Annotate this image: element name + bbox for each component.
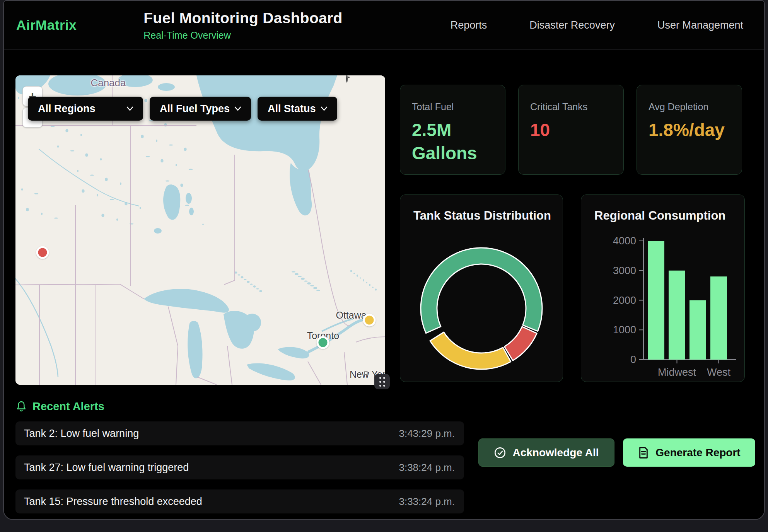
recent-alerts-title: Recent Alerts: [32, 400, 104, 413]
acknowledge-all-label: Acknowledge All: [512, 447, 599, 459]
x-tick-label: West: [707, 367, 731, 378]
consumption-bar: [689, 300, 706, 360]
critical-tanks-value: 10: [530, 119, 612, 142]
donut-segment-critical: [504, 327, 537, 360]
alert-message: Tank 2: Low fuel warning: [24, 428, 139, 440]
chevron-down-icon: [320, 106, 328, 111]
map-canvas[interactable]: CanadaOttawaTorontoNew York + − All Regi…: [15, 75, 385, 385]
map-city-symbol: [364, 372, 368, 375]
acknowledge-all-button[interactable]: Acknowledge All: [478, 438, 614, 467]
alert-row[interactable]: Tank 15: Pressure threshold exceeded 3:3…: [15, 489, 464, 513]
chevron-down-icon: [126, 106, 134, 111]
app-window: AirMatrix Fuel Monitoring Dashboard Real…: [3, 0, 765, 520]
generate-report-button[interactable]: Generate Report: [623, 438, 755, 467]
tank-marker[interactable]: [363, 314, 375, 326]
nav-item-disaster-recovery[interactable]: Disaster Recovery: [529, 19, 615, 31]
regional-consumption-chart-card: Regional Consumption 01000200030004000Mi…: [581, 194, 745, 382]
map-filters: All Regions All Fuel Types All Status: [28, 97, 337, 121]
critical-tanks-label: Critical Tanks: [530, 101, 612, 113]
tank-marker[interactable]: [317, 336, 329, 349]
nav-item-user-management[interactable]: User Management: [657, 19, 743, 31]
donut-segment-warning: [430, 332, 511, 369]
recent-alerts-header: Recent Alerts: [15, 400, 464, 413]
alert-message: Tank 27: Low fuel warning triggered: [24, 462, 189, 474]
avg-depletion-card: Avg Depletion 1.8%/day: [637, 85, 742, 175]
generate-report-label: Generate Report: [655, 447, 740, 459]
stat-cards: Total Fuel 2.5M Gallons Critical Tanks 1…: [400, 85, 742, 175]
document-icon: [638, 447, 649, 459]
map-city-symbol: [346, 75, 348, 83]
alert-time: 3:38:24 p.m.: [399, 462, 455, 474]
avg-depletion-label: Avg Depletion: [649, 101, 730, 113]
y-tick-label: 1000: [613, 324, 636, 336]
map-panel: CanadaOttawaTorontoNew York + − All Regi…: [15, 75, 385, 385]
regional-consumption-chart-title: Regional Consumption: [581, 195, 744, 223]
recent-alerts-section: Recent Alerts Tank 2: Low fuel warning 3…: [15, 400, 464, 520]
map-resize-handle[interactable]: [374, 374, 390, 389]
y-tick-label: 4000: [613, 235, 636, 247]
tank-marker[interactable]: [36, 246, 49, 259]
main-nav: Reports Disaster Recovery User Managemen…: [451, 19, 743, 31]
alert-row[interactable]: Tank 27: Low fuel warning triggered 3:38…: [15, 455, 464, 479]
map-basemap: [15, 75, 385, 385]
critical-tanks-card: Critical Tanks 10: [518, 85, 624, 175]
alert-actions: Acknowledge All Generate Report: [478, 438, 755, 467]
consumption-bar: [648, 241, 664, 360]
brand-logo: AirMatrix: [16, 17, 77, 33]
status-filter-dropdown[interactable]: All Status: [258, 97, 337, 121]
total-fuel-label: Total Fuel: [412, 101, 493, 113]
y-tick-label: 3000: [613, 265, 636, 276]
y-tick-label: 0: [630, 354, 636, 365]
bell-icon: [15, 401, 27, 413]
alert-message: Tank 15: Pressure threshold exceeded: [24, 496, 202, 508]
chevron-down-icon: [234, 106, 242, 111]
total-fuel-card: Total Fuel 2.5M Gallons: [400, 85, 505, 175]
status-filter-value: All Status: [268, 103, 316, 115]
fuel-type-filter-dropdown[interactable]: All Fuel Types: [150, 97, 251, 121]
check-circle-icon: [494, 447, 506, 459]
region-filter-dropdown[interactable]: All Regions: [28, 97, 143, 121]
x-tick-label: Midwest: [658, 367, 696, 378]
alert-time: 3:43:29 p.m.: [399, 428, 455, 440]
region-filter-value: All Regions: [38, 103, 96, 115]
consumption-bar: [669, 271, 685, 360]
fuel-type-filter-value: All Fuel Types: [160, 103, 230, 115]
consumption-bar: [710, 276, 727, 360]
y-tick-label: 2000: [613, 295, 636, 306]
alert-row[interactable]: Tank 2: Low fuel warning 3:43:29 p.m.: [15, 421, 464, 445]
header: AirMatrix Fuel Monitoring Dashboard Real…: [4, 1, 764, 50]
regional-consumption-bar-chart: 01000200030004000MidwestWest: [584, 223, 742, 378]
title-block: Fuel Monitoring Dashboard Real-Time Over…: [143, 10, 342, 41]
donut-segment-normal: [421, 248, 542, 333]
nav-item-reports[interactable]: Reports: [451, 19, 487, 31]
tank-status-donut-chart: [416, 243, 547, 374]
avg-depletion-value: 1.8%/day: [649, 119, 730, 142]
page-title: Fuel Monitoring Dashboard: [143, 10, 342, 27]
page-subtitle: Real-Time Overview: [143, 30, 342, 41]
tank-status-chart-title: Tank Status Distribution: [400, 195, 563, 223]
alert-time: 3:33:24 p.m.: [399, 496, 455, 508]
tank-status-chart-card: Tank Status Distribution: [400, 194, 563, 382]
total-fuel-value: 2.5M Gallons: [412, 119, 493, 165]
